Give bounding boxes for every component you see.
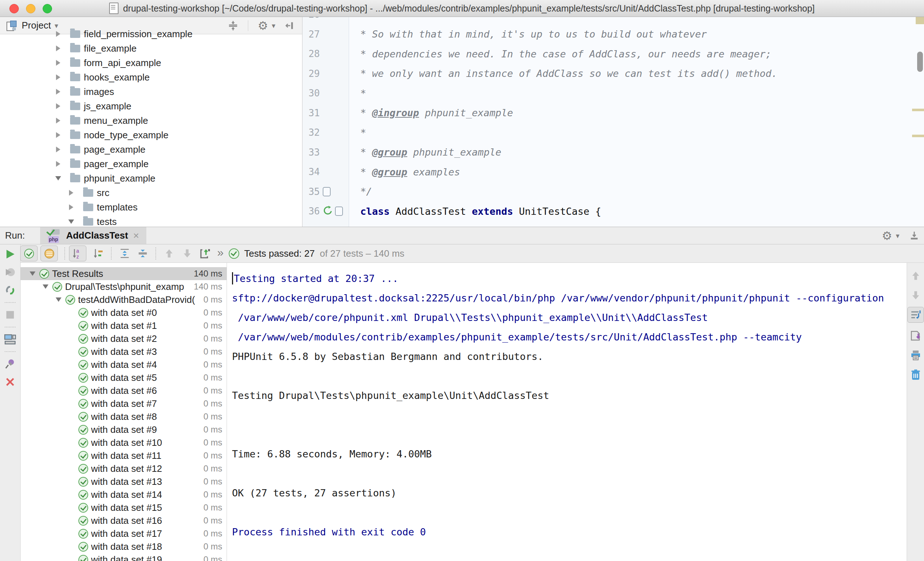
test-tree-row[interactable]: with data set #10 ms (21, 319, 226, 332)
editor-vertical-scrollbar[interactable] (917, 52, 923, 72)
more-actions-icon[interactable]: » (217, 246, 224, 259)
show-passed-toggle[interactable] (20, 245, 38, 261)
test-tree-row[interactable]: with data set #170 ms (21, 527, 226, 540)
chevron-right-icon[interactable] (54, 45, 63, 51)
test-tree-row[interactable]: with data set #150 ms (21, 501, 226, 514)
pin-tab-button[interactable] (4, 358, 16, 370)
down-the-stack-trace-button[interactable] (909, 289, 922, 302)
test-tree-row[interactable]: with data set #20 ms (21, 332, 226, 345)
close-tab-icon[interactable]: × (133, 230, 139, 241)
chevron-right-icon[interactable] (54, 161, 63, 167)
inspection-status-indicator[interactable] (916, 17, 924, 24)
run-test-icon[interactable] (323, 205, 333, 217)
test-tree-row[interactable]: with data set #60 ms (21, 384, 226, 397)
run-settings-button[interactable]: ⚙ ▾ (882, 230, 899, 241)
clear-all-button[interactable] (909, 368, 922, 381)
project-tree-item[interactable]: js_example (0, 99, 302, 113)
project-tree-item[interactable]: templates (0, 200, 302, 214)
project-tree-item[interactable]: page_example (0, 142, 302, 157)
next-failed-test-button[interactable] (181, 247, 194, 260)
test-tree-row[interactable]: with data set #00 ms (21, 306, 226, 319)
stop-button[interactable] (4, 309, 16, 321)
project-tree-item[interactable]: menu_example (0, 113, 302, 128)
project-tree-item[interactable]: node_type_example (0, 128, 302, 142)
zoom-window-button[interactable] (43, 4, 52, 13)
project-panel-title[interactable]: Project (22, 20, 51, 31)
test-tree-row[interactable]: Drupal\Tests\phpunit_examp140 ms (21, 280, 226, 293)
fold-marker-icon[interactable] (335, 206, 343, 216)
export-to-file-button[interactable] (909, 329, 922, 342)
test-tree-row[interactable]: with data set #100 ms (21, 436, 226, 449)
chevron-right-icon[interactable] (54, 103, 63, 109)
close-window-button[interactable] (9, 4, 19, 13)
project-tree-item[interactable]: form_api_example (0, 55, 302, 70)
chevron-right-icon[interactable] (54, 89, 63, 94)
collapse-all-icon[interactable] (228, 20, 238, 31)
project-tree-item[interactable]: tests (0, 214, 302, 227)
chevron-right-icon[interactable] (66, 204, 76, 210)
fold-marker-icon[interactable] (323, 187, 331, 196)
collapse-all-button[interactable] (136, 247, 149, 260)
chevron-down-icon[interactable] (66, 220, 76, 224)
project-tree-item[interactable]: file_example (0, 41, 302, 55)
chevron-down-icon[interactable] (41, 284, 50, 289)
test-tree-row[interactable]: testAddWithBadDataProvid(0 ms (21, 293, 226, 306)
minimize-window-button[interactable] (26, 4, 35, 13)
toggle-auto-test-icon[interactable] (4, 284, 16, 296)
code-editor[interactable]: 2627* So with that in mind, it's up to u… (303, 17, 924, 227)
restore-layout-button[interactable] (4, 333, 16, 346)
project-tree-item[interactable]: phpunit_example (0, 171, 302, 186)
expand-all-button[interactable] (118, 247, 131, 260)
test-tree-row[interactable]: with data set #70 ms (21, 397, 226, 410)
console-output[interactable]: Testing started at 20:37 ...sftp://docke… (227, 263, 907, 561)
test-tree-row[interactable]: with data set #160 ms (21, 514, 226, 527)
chevron-right-icon[interactable] (54, 132, 63, 138)
chevron-right-icon[interactable] (54, 31, 63, 37)
hide-panel-icon[interactable] (909, 230, 920, 241)
previous-failed-test-button[interactable] (163, 247, 175, 260)
test-tree-row[interactable]: with data set #180 ms (21, 540, 226, 553)
hide-panel-icon[interactable] (285, 20, 296, 31)
project-tree-item[interactable]: hooks_example (0, 70, 302, 84)
rerun-failed-tests-button[interactable] (4, 266, 16, 278)
rerun-button[interactable] (4, 248, 16, 260)
project-settings-button[interactable]: ⚙ ▾ (258, 20, 275, 31)
warning-stripe-mark[interactable] (912, 135, 924, 137)
show-ignored-toggle[interactable] (40, 245, 58, 261)
test-tree-row[interactable]: with data set #30 ms (21, 345, 226, 358)
test-tree-row[interactable]: with data set #40 ms (21, 358, 226, 371)
project-tree-item[interactable]: pager_example (0, 157, 302, 171)
close-panel-button[interactable] (4, 376, 16, 388)
test-tree-row[interactable]: Test Results140 ms (21, 267, 226, 280)
chevron-right-icon[interactable] (54, 118, 63, 123)
chevron-down-icon[interactable] (28, 271, 37, 276)
run-tab-addclasstest[interactable]: php AddClassTest × (40, 227, 146, 244)
import-test-results-button[interactable] (199, 247, 212, 260)
chevron-right-icon[interactable] (54, 60, 63, 66)
chevron-down-icon[interactable] (54, 298, 63, 302)
up-the-stack-trace-button[interactable] (909, 269, 922, 282)
sort-by-duration-button[interactable] (92, 247, 104, 260)
project-tree-item[interactable]: images (0, 84, 302, 99)
chevron-right-icon[interactable] (54, 74, 63, 80)
chevron-down-icon[interactable]: ▾ (55, 21, 58, 30)
project-tree-item[interactable]: src (0, 186, 302, 200)
test-tree-row[interactable]: with data set #120 ms (21, 462, 226, 475)
soft-wrap-toggle[interactable] (908, 307, 924, 323)
test-tree-row[interactable]: with data set #190 ms (21, 553, 226, 561)
test-tree-row[interactable]: with data set #80 ms (21, 410, 226, 423)
test-name-label: with data set #6 (91, 385, 202, 396)
chevron-down-icon[interactable] (54, 176, 63, 181)
test-tree-row[interactable]: with data set #50 ms (21, 371, 226, 384)
warning-stripe-mark[interactable] (912, 109, 924, 111)
test-results-tree[interactable]: Test Results140 msDrupal\Tests\phpunit_e… (21, 263, 227, 561)
test-tree-row[interactable]: with data set #110 ms (21, 449, 226, 462)
toolbar-separator (64, 247, 65, 260)
test-tree-row[interactable]: with data set #140 ms (21, 488, 226, 501)
test-tree-row[interactable]: with data set #90 ms (21, 423, 226, 436)
chevron-right-icon[interactable] (54, 147, 63, 153)
sort-alphabetically-toggle[interactable]: a z (69, 245, 86, 261)
test-tree-row[interactable]: with data set #130 ms (21, 475, 226, 488)
print-button[interactable] (909, 349, 922, 362)
chevron-right-icon[interactable] (66, 190, 76, 196)
